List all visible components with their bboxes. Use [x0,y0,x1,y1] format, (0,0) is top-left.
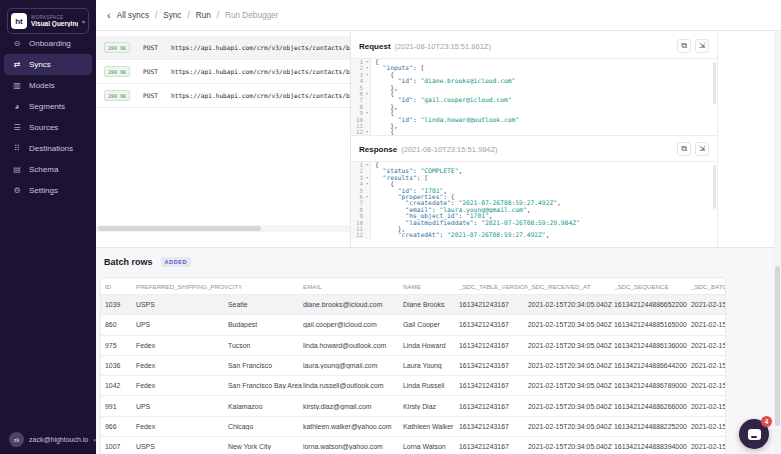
column-header: EMAIL [303,283,403,290]
json-token: { [375,162,379,168]
json-token: { [375,72,394,78]
json-token [375,188,398,194]
sidebar-item-destinations[interactable]: ⠿Destinations [4,138,92,159]
table-row[interactable]: 1007USPSNew York Citylorna.watson@yahoo.… [101,437,725,454]
code-line: 12▾ { [351,129,717,135]
breadcrumb-item-sync[interactable]: Sync [163,11,181,20]
json-token: { [375,110,394,116]
json-token: }, [375,85,398,91]
batch-rows-title: Batch rows [104,257,153,267]
table-cell: 1613421244886266000 [614,403,691,410]
json-token: , [489,213,493,219]
json-token: "id" [398,78,413,84]
table-cell: 975 [105,342,136,349]
sidebar-item-settings[interactable]: ⚙Settings [4,180,92,201]
table-cell: 2021-02-15T2 [691,443,726,450]
chevron-down-icon: ▾ [82,18,85,25]
expand-button[interactable]: ⇲ [695,142,709,156]
table-row[interactable]: 975FedexTucsonlinda.howard@outlook.comLi… [101,336,725,356]
json-token [375,117,398,123]
copy-button[interactable]: ⧉ [677,142,691,156]
onboarding-icon: ⊖ [12,39,22,48]
segments-icon: ◕ [12,102,22,111]
request-json-viewer[interactable]: 1▾{2▾ "inputs": [3▾ {4 "id": "diane.broo… [351,58,717,135]
json-token: { [375,91,394,97]
table-row[interactable]: 1042FedexSan Francisco Bay Arealinda.rus… [101,376,725,396]
table-row[interactable]: 966FedexChicagokathleen.walker@yahoo.com… [101,417,725,437]
json-token: : [413,97,421,103]
json-token: "2021-07-26T08:59:27.492Z" [458,200,557,206]
scrollbar-thumb[interactable] [775,266,780,426]
table-cell: 1613421243167 [459,301,528,308]
table-cell: UPS [136,403,228,410]
horizontal-scrollbar [96,225,350,232]
fold-toggle-icon[interactable]: ▾ [364,129,371,135]
table-cell: USPS [136,443,228,450]
table-cell: 2021-02-15T20:34:05.040Z [528,403,614,410]
json-token: : [413,168,421,174]
json-token [375,213,405,219]
debug-panels: Request (2021-08-10T23:15:51.861Z) ⧉ ⇲ 1… [351,31,718,248]
column-header: PREFERRED_SHIPPING_PROVIDER [136,283,228,290]
table-cell: 2021-02-15T2 [691,382,726,389]
sidebar-item-syncs[interactable]: ⇄Syncs [4,54,92,75]
expand-button[interactable]: ⇲ [695,39,709,53]
breadcrumb-separator: / [155,11,157,20]
json-token: }, [375,123,398,129]
table-cell: linda.howard@outlook.com [303,342,403,349]
table-row[interactable]: 1039USPSSeatlediane.brooks@icloud.comDia… [101,295,725,315]
copy-button[interactable]: ⧉ [677,39,691,53]
json-token: "COMPLETE" [421,168,459,174]
table-cell: Diane Brooks [403,301,459,308]
json-token: : [ [413,65,424,71]
table-cell: Linda Howard [403,342,459,349]
json-token: "inputs" [383,65,413,71]
table-cell: 1613421243167 [459,382,528,389]
json-token: "1701" [466,213,489,219]
json-token: { [375,129,394,135]
sidebar-item-onboarding[interactable]: ⊖Onboarding [4,33,92,54]
table-cell: San Francisco [228,362,303,369]
json-token: , [458,168,462,174]
breadcrumb-item-run[interactable]: Run [196,11,211,20]
breadcrumb-item-all-syncs[interactable]: All syncs [117,11,149,20]
workspace-selector[interactable]: ht WORKSPACE Visual Querying D... ▾ [7,8,89,34]
column-header: ID [105,283,136,290]
sidebar-item-models[interactable]: ▥Models [4,75,92,96]
json-token [375,78,398,84]
user-menu[interactable]: zk zack@hightouch.io ▾ [9,432,96,447]
sidebar-item-schema[interactable]: ▤Schema [4,159,92,180]
sidebar-item-label: Settings [29,186,58,195]
response-panel-header: Response (2021-08-10T23:15:51.984Z) ⧉ ⇲ [351,135,717,161]
json-token: "linda.howard@outlook.com" [421,117,520,123]
http-status-badge: 200 OK [104,42,130,53]
chat-launcher[interactable]: 4 [739,419,769,449]
json-token [375,97,398,103]
hightouch-logo: ht [11,13,27,29]
table-row[interactable]: 1036FedexSan Franciscolaura.young@gmail.… [101,356,725,376]
table-cell: Gail Cooper [403,321,459,328]
request-row[interactable]: 200 OKPOSThttps://api.hubapi.com/crm/v3/… [96,36,350,60]
table-cell: 1613421244886136000 [614,342,691,349]
table-row[interactable]: 860UPSBudapestgail.cooper@icloud.comGail… [101,315,725,335]
table-cell: 2021-02-15T2 [691,321,726,328]
scrollbar-thumb[interactable] [98,226,261,231]
column-header: _SDC_RECEIVED_AT [528,283,614,290]
json-token [375,207,405,213]
json-token: , [443,188,447,194]
sidebar-item-sources[interactable]: ☰Sources [4,117,92,138]
chat-unread-badge: 4 [761,416,772,427]
table-header-row: IDPREFERRED_SHIPPING_PROVIDERCITYEMAILNA… [101,278,725,295]
response-timestamp: (2021-08-10T23:15:51.984Z) [401,145,497,154]
json-token: : [439,232,447,238]
request-row[interactable]: 200 OKPOSThttps://api.hubapi.com/crm/v3/… [96,60,350,84]
request-row[interactable]: 200 OKPOSThttps://api.hubapi.com/crm/v3/… [96,84,350,108]
table-cell: 2021-02-15T20:34:05.040Z [528,321,614,328]
sidebar-item-segments[interactable]: ◕Segments [4,96,92,117]
table-row[interactable]: 991UPSKalamazookirsty.diaz@gmail.comKirs… [101,396,725,416]
back-chevron-icon[interactable]: ‹ [107,10,111,21]
http-status-badge: 200 OK [104,66,130,77]
response-json-viewer[interactable]: 1▾{2 "status": "COMPLETE",3▾ "results": … [351,161,717,242]
table-cell: Chicago [228,423,303,430]
json-token: "id" [398,97,413,103]
